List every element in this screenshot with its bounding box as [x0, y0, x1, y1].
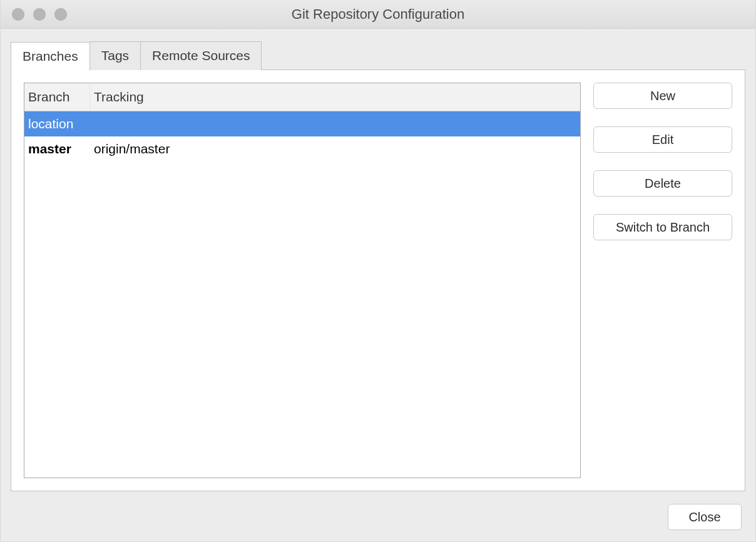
window-title: Git Repository Configuration: [1, 6, 755, 23]
table-body: location master origin/master: [24, 111, 580, 478]
tab-branches[interactable]: Branches: [11, 42, 90, 71]
close-button[interactable]: Close: [668, 504, 742, 530]
tab-panel-branches: Branch Tracking location master origin/m…: [11, 69, 745, 491]
tab-tags[interactable]: Tags: [89, 41, 141, 70]
cell-branch: location: [24, 111, 90, 136]
column-header-tracking[interactable]: Tracking: [90, 83, 580, 111]
tab-bar: Branches Tags Remote Sources: [11, 41, 745, 70]
cell-tracking: origin/master: [90, 136, 580, 161]
titlebar: Git Repository Configuration: [1, 0, 755, 29]
tab-container: Branches Tags Remote Sources Branch Trac…: [11, 41, 745, 491]
table-row[interactable]: master origin/master: [24, 136, 580, 161]
dialog-footer: Close: [1, 498, 755, 541]
minimize-window-icon[interactable]: [33, 8, 46, 21]
new-button[interactable]: New: [593, 83, 732, 109]
close-window-icon[interactable]: [12, 8, 24, 21]
edit-button[interactable]: Edit: [593, 126, 732, 153]
delete-button[interactable]: Delete: [593, 170, 732, 197]
dialog-window: Git Repository Configuration Branches Ta…: [0, 0, 756, 542]
tab-remote-sources[interactable]: Remote Sources: [140, 41, 262, 70]
table-row[interactable]: location: [24, 111, 580, 136]
content-area: Branches Tags Remote Sources Branch Trac…: [1, 29, 755, 498]
table-header: Branch Tracking: [24, 83, 580, 111]
switch-to-branch-button[interactable]: Switch to Branch: [593, 214, 732, 240]
cell-branch: master: [24, 136, 90, 161]
window-controls: [1, 8, 67, 21]
side-actions: New Edit Delete Switch to Branch: [593, 83, 732, 478]
cell-tracking: [90, 111, 580, 136]
branches-table: Branch Tracking location master origin/m…: [24, 83, 581, 478]
column-header-branch[interactable]: Branch: [24, 83, 90, 111]
zoom-window-icon[interactable]: [54, 8, 67, 21]
